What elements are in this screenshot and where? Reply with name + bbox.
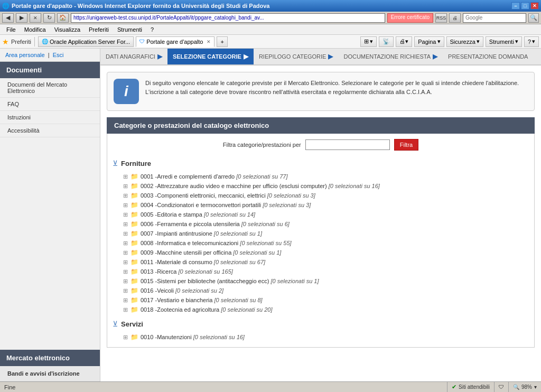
breadcrumb-sep-2: ▶ (244, 53, 248, 60)
breadcrumb-riepilogo[interactable]: RIEPILOGO CATEGORIE ▶ (254, 49, 339, 64)
folder-0001-icon: 📁 (130, 173, 138, 180)
maximize-button[interactable]: □ (521, 2, 529, 10)
cat-0011-label: Materiale di consumo (157, 259, 212, 265)
cat-item-0003: ⊞ 📁 0003 - Componenti elettronici, mecca… (113, 191, 529, 200)
menu-preferiti[interactable]: Preferiti (85, 25, 113, 34)
cat-0006-count: [0 selezionati su 6] (241, 221, 290, 227)
servizi-collapse-icon[interactable]: ⊻ (113, 320, 118, 328)
expand-s0010[interactable]: ⊞ (123, 334, 129, 341)
forniture-section-header: ⊻ Forniture (113, 157, 529, 170)
tab-oracle[interactable]: 🌐 Oracle Application Server For... (38, 36, 134, 47)
expand-0017[interactable]: ⊞ (123, 297, 129, 304)
toolbar-tools-button[interactable]: Strumenti ▾ (486, 36, 522, 47)
sidebar-documents-title: Documenti (0, 62, 100, 78)
url-box[interactable]: https://unigareweb-test.csu.unipd.it/Por… (71, 13, 385, 23)
tab-oracle-label: Oracle Application Server For... (50, 39, 130, 45)
toolbar-rss-button[interactable]: 📡 (379, 36, 394, 47)
personal-area-link[interactable]: Area personale (5, 52, 45, 58)
toolbar-icons-button[interactable]: ⊞▾ (360, 36, 377, 47)
cat-0002-count: [0 selezionati su 16] (329, 183, 380, 189)
expand-0018[interactable]: ⊞ (123, 306, 129, 313)
zoom-level: 98% (521, 384, 532, 390)
trusted-section: ✔ Siti attendibili (447, 382, 494, 392)
sidebar-link-mercato-docs[interactable]: Documenti del Mercato Elettronico (0, 78, 100, 98)
zoom-section[interactable]: 🔍 98%▾ (508, 382, 541, 392)
favorites-label[interactable]: Preferiti (11, 39, 31, 45)
breadcrumb-selezione-label: SELEZIONE CATEGORIE (173, 53, 241, 60)
rss-button[interactable]: RSS (435, 13, 447, 23)
breadcrumb-dati[interactable]: DATI ANAGRAFICI ▶ (100, 49, 167, 64)
expand-0009[interactable]: ⊞ (123, 249, 129, 256)
menu-help[interactable]: ? (146, 25, 158, 34)
expand-0015[interactable]: ⊞ (123, 278, 129, 285)
minimize-button[interactable]: – (511, 2, 520, 10)
print-button[interactable]: 🖨 (449, 13, 461, 23)
new-tab-button[interactable]: + (217, 36, 227, 47)
sidebar-link-accessibilita[interactable]: Accessibilità (0, 124, 100, 137)
menu-bar: File Modifica Visualizza Preferiti Strum… (0, 24, 541, 35)
search-go-button[interactable]: 🔍 (528, 13, 539, 23)
close-button[interactable]: ✕ (530, 2, 539, 10)
cat-item-0017: ⊞ 📁 0017 - Vestiario e biancheria [0 sel… (113, 295, 529, 305)
expand-0005[interactable]: ⊞ (123, 211, 129, 218)
info-icon: i (114, 79, 139, 104)
folder-0015-icon: 📁 (130, 277, 138, 285)
expand-0008[interactable]: ⊞ (123, 240, 129, 247)
content-area: DATI ANAGRAFICI ▶ SELEZIONE CATEGORIE ▶ … (100, 49, 541, 381)
search-input[interactable] (465, 15, 524, 21)
cat-0005-count: [0 selezionati su 14] (204, 211, 255, 218)
stop-button[interactable]: ✕ (30, 13, 41, 23)
breadcrumb-selezione[interactable]: SELEZIONE CATEGORIE ▶ (167, 49, 254, 64)
expand-0002[interactable]: ⊞ (123, 183, 129, 190)
menu-strumenti[interactable]: Strumenti (113, 25, 146, 34)
breadcrumb-documentazione[interactable]: DOCUMENTAZIONE RICHIESTA ▶ (338, 49, 443, 64)
title-bar: 🌐 Portale gare d'appalto - Windows Inter… (0, 0, 541, 12)
cat-0005-label: Editoria e stampa (157, 211, 202, 218)
cat-item-0004: ⊞ 📁 0004 - Condizionatori e termoconvett… (113, 200, 529, 210)
tab-portale[interactable]: 🛡 Portale gare d'appalto ✕ (136, 36, 214, 47)
toolbar-help-button[interactable]: ?▾ (524, 36, 539, 47)
icons-icon: ⊞ (364, 38, 369, 45)
forniture-collapse-icon[interactable]: ⊻ (113, 159, 118, 167)
sidebar-link-faq[interactable]: FAQ (0, 98, 100, 111)
cert-error-button[interactable]: Errore certificato (387, 13, 433, 23)
breadcrumb-riepilogo-label: RIEPILOGO CATEGORIE (259, 53, 327, 60)
toolbar-security-button[interactable]: Sicurezza ▾ (446, 36, 483, 47)
sidebar-link-istruzioni[interactable]: Istruzioni (0, 111, 100, 124)
toolbar-page-button[interactable]: Pagina ▾ (414, 36, 444, 47)
cat-0015-label: Sistemi per biblioteche (antitaccheggio … (157, 278, 269, 284)
folder-0016-icon: 📁 (130, 287, 138, 294)
forward-button[interactable]: ▶ (16, 13, 27, 23)
expand-0006[interactable]: ⊞ (123, 221, 129, 228)
expand-0013[interactable]: ⊞ (123, 268, 129, 275)
search-box[interactable] (463, 13, 526, 23)
tab-close-icon[interactable]: ✕ (207, 39, 211, 44)
filter-button[interactable]: Filtra (394, 139, 418, 151)
filter-input[interactable] (305, 139, 390, 150)
cat-item-0015: ⊞ 📁 0015 - Sistemi per biblioteche (anti… (113, 276, 529, 286)
menu-file[interactable]: File (2, 25, 20, 34)
expand-0007[interactable]: ⊞ (123, 230, 129, 237)
expand-0001[interactable]: ⊞ (123, 173, 129, 180)
breadcrumb-dati-label: DATI ANAGRAFICI (106, 53, 155, 60)
refresh-button[interactable]: ↻ (43, 13, 55, 23)
menu-modifica[interactable]: Modifica (20, 25, 50, 34)
home-button[interactable]: 🏠 (57, 13, 69, 23)
expand-0003[interactable]: ⊞ (123, 192, 129, 199)
logout-link[interactable]: Esci (53, 52, 64, 58)
breadcrumb-presentazione[interactable]: PRESENTAZIONE DOMANDA (443, 49, 533, 64)
expand-0004[interactable]: ⊞ (123, 202, 129, 209)
cat-0006-label: Ferramenta e piccola utensileria (157, 221, 240, 227)
cat-0004-code: 0004 - (141, 202, 157, 208)
cat-item-s0010: ⊞ 📁 0010 - Manutenzioni [0 selezionati s… (113, 332, 529, 342)
cat-0016-count: [0 selezionati su 2] (175, 287, 223, 294)
expand-0011[interactable]: ⊞ (123, 259, 129, 266)
expand-0016[interactable]: ⊞ (123, 287, 129, 294)
sidebar-link-bandi[interactable]: Bandi e avvisi d'iscrizione (0, 366, 100, 381)
menu-visualizza[interactable]: Visualizza (50, 25, 85, 34)
back-button[interactable]: ◀ (2, 13, 14, 23)
toolbar-print-button[interactable]: 🖨▾ (396, 36, 412, 47)
folder-0011-icon: 📁 (130, 258, 138, 266)
security-label: Sicurezza (450, 39, 475, 45)
divider-1 (34, 37, 35, 46)
